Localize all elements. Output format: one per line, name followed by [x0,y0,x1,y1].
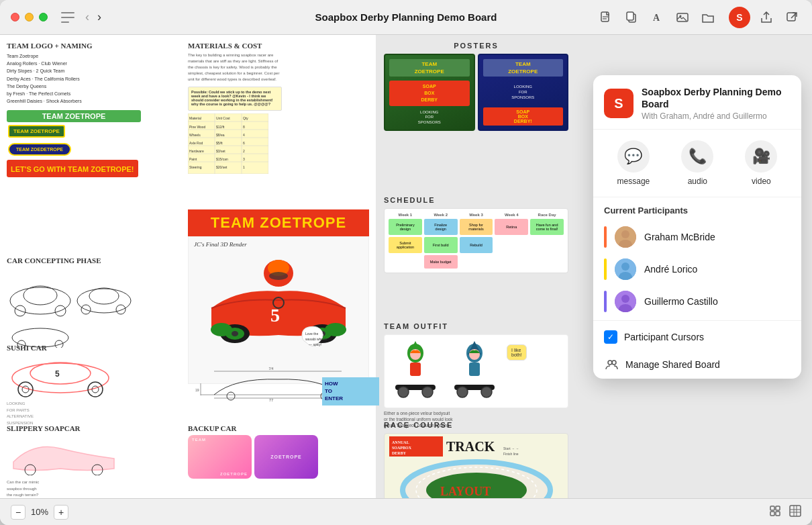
svg-rect-88 [410,363,421,376]
posters-section: POSTERS TEAMZOETROPE SOAPBOXDERBY LOOKIN… [384,42,568,131]
svg-text:ANNUAL: ANNUAL [392,440,409,444]
minimize-button[interactable] [25,13,34,21]
sidebar-toggle[interactable] [61,12,74,23]
message-action[interactable]: 💬 message [617,140,650,186]
back-button[interactable]: ‹ [83,9,92,26]
svg-text:$12/ft: $12/ft [216,125,225,129]
svg-text:$15/can: $15/can [216,157,228,161]
sushi-car-section: SUSHI CAR 5 LOOKINGFOR PARTSALTERNATIVES… [7,344,141,426]
materials-section: MATERIALS & COST The key to building a w… [188,42,369,177]
titlebar: ‹ › Soapbox Derby Planning Demo Board [0,0,812,35]
app-icon[interactable]: S [729,7,750,28]
svg-text:Qty: Qty [243,116,248,120]
zoom-control: − 10% + [11,505,68,520]
divider [593,320,801,321]
image-icon[interactable] [675,10,690,25]
audio-action[interactable]: 📞 audio [681,140,713,186]
share-button[interactable] [757,8,776,27]
svg-rect-130 [790,506,801,516]
svg-text:Material: Material [189,116,201,120]
collab-title-area: Soapbox Derby Planning Demo Board With G… [642,86,791,121]
participant-cursors-checkbox[interactable]: ✓ [604,330,617,344]
graham-avatar [615,226,636,248]
outfit-label: TEAM OUTFIT [384,322,568,330]
grid-icon[interactable] [789,505,801,520]
svg-text:Finish line: Finish line [503,452,519,456]
svg-text:8: 8 [243,125,245,129]
svg-text:7/4: 7/4 [269,367,274,371]
svg-text:4: 4 [243,133,245,137]
slippery-section: SLIPPERY SOAPCAR Can the car mimicsoapbo… [7,424,141,498]
svg-text:SOAPBOX: SOAPBOX [392,446,412,450]
slippery-heading: SLIPPERY SOAPCAR [7,424,141,432]
zoom-in-button[interactable]: + [54,505,68,520]
svg-point-9 [10,287,70,314]
svg-text:3: 3 [243,157,245,161]
svg-text:wasabi wheels: wasabi wheels [305,337,327,341]
team-outfit-section: TEAM OUTFIT [384,322,568,428]
svg-text:$5/ft: $5/ft [216,141,223,145]
folder-icon[interactable] [701,10,715,25]
svg-rect-95 [469,363,480,376]
audio-label: audio [688,177,707,186]
race-course-label: RACE COURSE [384,421,568,429]
participants-section-title: Current Participants [593,197,801,221]
svg-rect-4 [627,12,633,20]
guillermo-avatar [615,291,636,312]
zoom-level: 10% [31,507,48,517]
svg-point-124 [608,361,612,365]
close-button[interactable] [11,13,19,21]
andre-name: André Lorico [644,264,697,275]
svg-point-14 [89,288,119,304]
audio-icon: 📞 [681,140,713,173]
participant-graham: Graham McBride [593,221,801,253]
board-left: TEAM LOGO + NAMING Team Zoetrope Analog … [0,35,376,498]
svg-point-70 [325,323,346,336]
svg-text:Wheels: Wheels [189,133,201,137]
collab-app-icon: S [604,89,633,118]
andre-bar [604,258,607,280]
zoom-out-button[interactable]: − [11,505,26,520]
svg-point-21 [30,363,91,384]
manage-shared-board-option[interactable]: Manage Shared Board [593,350,801,379]
svg-text:LAYOUT: LAYOUT [440,485,491,498]
svg-text:Steering: Steering [189,165,202,169]
how-to-enter-section: HOWTOENTER [322,377,379,405]
message-label: message [617,177,650,186]
svg-point-122 [621,295,629,303]
bottom-bar: − 10% + [0,498,812,525]
svg-point-61 [269,272,288,280]
svg-rect-126 [770,506,774,510]
svg-point-20 [12,363,109,393]
canvas-area[interactable]: TEAM LOGO + NAMING Team Zoetrope Analog … [0,35,812,498]
participant-cursors-label: Participant Cursors [624,332,704,342]
collab-board-title: Soapbox Derby Planning Demo Board [642,86,791,110]
svg-text:1: 1 [243,165,245,169]
text-icon[interactable]: A [650,10,664,25]
video-icon: 🎥 [745,140,777,173]
svg-text:TRACK: TRACK [446,439,495,454]
copy-icon[interactable] [624,10,639,25]
maximize-button[interactable] [39,13,48,21]
svg-text:Paint: Paint [189,157,197,161]
svg-point-90 [398,387,409,397]
collab-board-subtitle: With Graham, André and Guillermo [642,111,791,121]
svg-text:Axle Rod: Axle Rod [189,141,203,145]
svg-point-91 [422,387,433,397]
main-window: ‹ › Soapbox Derby Planning Demo Board [0,0,812,525]
participant-andre: André Lorico [593,253,801,285]
svg-text:$8/ea: $8/ea [216,133,225,137]
fit-to-screen-icon[interactable] [769,505,781,520]
backup-car-section: BACKUP CAR TEAM ZOETROPE ZOETROPE [188,424,369,479]
forward-button[interactable]: › [95,9,104,26]
video-action[interactable]: 🎥 video [745,140,777,186]
team-logo-section: TEAM LOGO + NAMING Team Zoetrope Analog … [7,42,141,177]
document-icon[interactable] [599,10,613,25]
traffic-lights [11,13,48,21]
external-link-button[interactable] [782,8,801,27]
svg-text:2: 2 [243,149,245,153]
svg-text:Hardware: Hardware [189,149,204,153]
svg-text:$20/set: $20/set [216,165,227,169]
big-team-banner: TEAM ZOETROPE [188,209,369,236]
participant-cursors-option[interactable]: ✓ Participant Cursors [593,324,801,350]
